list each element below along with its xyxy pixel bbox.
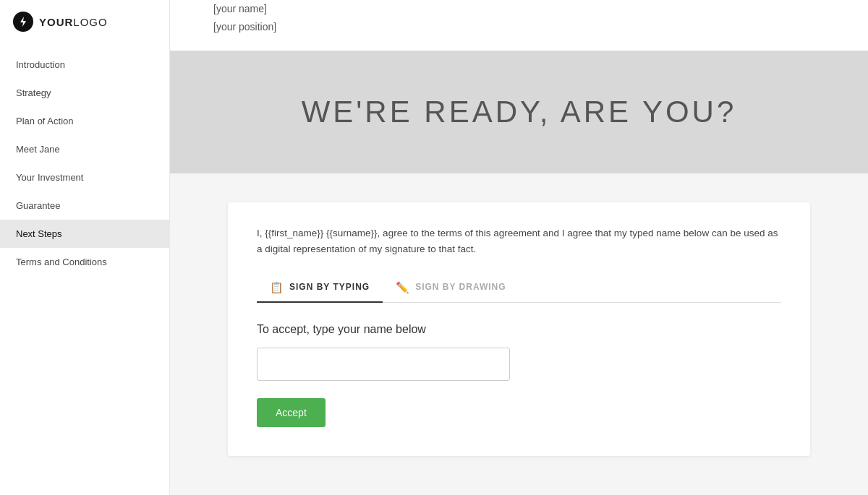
accept-button[interactable]: Accept: [257, 398, 326, 427]
hero-text: WE'RE READY, ARE YOU?: [302, 95, 737, 129]
top-partial: [your name] [your position]: [170, 0, 868, 51]
tab-typing-label: SIGN BY TYPING: [289, 282, 370, 292]
main-content: [your name] [your position] WE'RE READY,…: [170, 0, 868, 495]
logo-text: YOURLOGO: [39, 16, 108, 28]
sidebar-item-meet-jane[interactable]: Meet Jane: [0, 135, 169, 163]
tab-drawing-label: SIGN BY DRAWING: [415, 282, 506, 292]
logo-area: YOURLOGO: [0, 0, 169, 43]
tab-sign-by-drawing[interactable]: ✏️ SIGN BY DRAWING: [383, 275, 519, 303]
name-placeholder-text: [your name]: [213, 0, 825, 18]
svg-marker-0: [20, 17, 26, 27]
sidebar-item-introduction[interactable]: Introduction: [0, 51, 169, 79]
logo-icon: [13, 12, 33, 32]
sidebar-item-your-investment[interactable]: Your Investment: [0, 163, 169, 191]
content-area: I, {{first_name}} {{surname}}, agree to …: [170, 173, 868, 495]
sidebar: YOURLOGO Introduction Strategy Plan of A…: [0, 0, 170, 495]
typing-icon: 📋: [270, 282, 284, 293]
signature-card: I, {{first_name}} {{surname}}, agree to …: [228, 202, 810, 455]
sidebar-item-terms-and-conditions[interactable]: Terms and Conditions: [0, 248, 169, 276]
sidebar-item-strategy[interactable]: Strategy: [0, 79, 169, 107]
tab-sign-by-typing[interactable]: 📋 SIGN BY TYPING: [257, 275, 383, 303]
accept-label: To accept, type your name below: [257, 323, 781, 336]
agreement-text: I, {{first_name}} {{surname}}, agree to …: [257, 225, 781, 257]
nav-list: Introduction Strategy Plan of Action Mee…: [0, 51, 169, 495]
sidebar-item-guarantee[interactable]: Guarantee: [0, 191, 169, 220]
drawing-icon: ✏️: [396, 282, 410, 293]
name-input[interactable]: [257, 348, 510, 381]
bolt-icon: [17, 16, 29, 27]
hero-banner: WE'RE READY, ARE YOU?: [170, 51, 868, 173]
position-placeholder-text: [your position]: [213, 18, 825, 36]
sidebar-item-next-steps[interactable]: Next Steps: [0, 220, 169, 248]
sign-tabs: 📋 SIGN BY TYPING ✏️ SIGN BY DRAWING: [257, 275, 781, 303]
sidebar-item-plan-of-action[interactable]: Plan of Action: [0, 107, 169, 135]
